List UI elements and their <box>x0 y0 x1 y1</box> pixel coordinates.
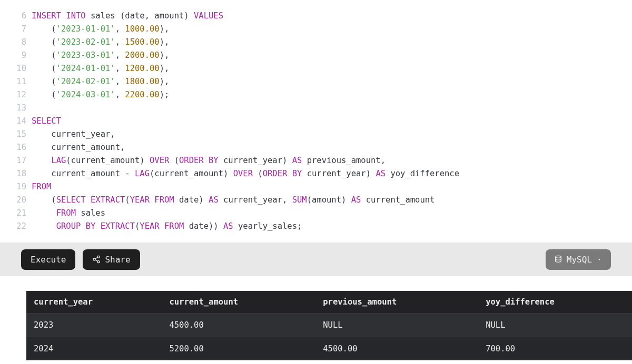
code-line[interactable]: 16 current_amount, <box>0 141 632 154</box>
code-line[interactable]: 15 current_year, <box>0 128 632 141</box>
code-line[interactable]: 11 ('2024-02-01', 1800.00), <box>0 75 632 88</box>
code-content: current_year, <box>32 128 115 141</box>
code-content: (SELECT EXTRACT(YEAR FROM date) AS curre… <box>32 194 434 207</box>
code-content: ('2023-03-01', 2000.00), <box>32 49 169 62</box>
svg-line-3 <box>95 257 98 259</box>
svg-point-0 <box>97 256 100 258</box>
chevron-down-icon <box>596 256 603 262</box>
code-content: current_amount - LAG(current_amount) OVE… <box>32 167 459 180</box>
code-line[interactable]: 12 ('2024-03-01', 2200.00); <box>0 88 632 102</box>
share-button[interactable]: Share <box>83 249 140 270</box>
code-content: INSERT INTO sales (date, amount) VALUES <box>32 9 223 23</box>
code-content: SELECT <box>32 115 61 128</box>
code-content: ('2024-01-01', 1200.00), <box>32 62 169 75</box>
table-cell: 700.00 <box>478 337 632 361</box>
code-content: ('2024-02-01', 1800.00), <box>32 75 169 88</box>
code-line[interactable]: 10 ('2024-01-01', 1200.00), <box>0 62 632 75</box>
line-number: 20 <box>0 194 32 207</box>
table-cell: NULL <box>478 314 632 337</box>
table-cell: NULL <box>315 314 478 337</box>
results-panel: current_yearcurrent_amountprevious_amoun… <box>0 276 632 360</box>
code-content: ('2023-01-01', 1000.00), <box>32 23 169 36</box>
svg-point-5 <box>555 256 561 258</box>
column-header: current_year <box>26 291 162 314</box>
line-number: 13 <box>0 102 32 115</box>
code-line[interactable]: 17 LAG(current_amount) OVER (ORDER BY cu… <box>0 154 632 167</box>
code-editor[interactable]: 6INSERT INTO sales (date, amount) VALUES… <box>0 0 632 242</box>
code-line[interactable]: 22 GROUP BY EXTRACT(YEAR FROM date)) AS … <box>0 220 632 233</box>
code-content: ('2024-03-01', 2200.00); <box>32 88 169 102</box>
code-line[interactable]: 21 FROM sales <box>0 207 632 220</box>
column-header: current_amount <box>162 291 315 314</box>
code-content: GROUP BY EXTRACT(YEAR FROM date)) AS yea… <box>32 220 302 233</box>
code-line[interactable]: 7 ('2023-01-01', 1000.00), <box>0 23 632 36</box>
line-number: 11 <box>0 75 32 88</box>
line-number: 7 <box>0 23 32 36</box>
table-cell: 4500.00 <box>162 314 315 337</box>
line-number: 21 <box>0 207 32 220</box>
line-number: 6 <box>0 9 32 23</box>
code-line[interactable]: 18 current_amount - LAG(current_amount) … <box>0 167 632 180</box>
table-cell: 2024 <box>26 337 162 361</box>
code-line[interactable]: 20 (SELECT EXTRACT(YEAR FROM date) AS cu… <box>0 194 632 207</box>
svg-point-2 <box>97 261 100 263</box>
line-number: 12 <box>0 88 32 102</box>
line-number: 9 <box>0 49 32 62</box>
code-line[interactable]: 13 <box>0 102 632 115</box>
execute-button[interactable]: Execute <box>21 249 75 270</box>
database-select[interactable]: MySQL <box>546 249 611 270</box>
code-line[interactable]: 6INSERT INTO sales (date, amount) VALUES <box>0 9 632 23</box>
code-line[interactable]: 9 ('2023-03-01', 2000.00), <box>0 49 632 62</box>
code-content: LAG(current_amount) OVER (ORDER BY curre… <box>32 154 386 167</box>
code-line[interactable]: 8 ('2023-02-01', 1500.00), <box>0 36 632 49</box>
line-number: 17 <box>0 154 32 167</box>
column-header: yoy_difference <box>478 291 632 314</box>
column-header: previous_amount <box>315 291 478 314</box>
line-number: 14 <box>0 115 32 128</box>
code-content: current_amount, <box>32 141 125 154</box>
code-line[interactable]: 14SELECT <box>0 115 632 128</box>
table-cell: 4500.00 <box>315 337 478 361</box>
execute-label: Execute <box>31 255 66 265</box>
svg-line-4 <box>95 260 98 261</box>
code-content: FROM sales <box>32 207 105 220</box>
results-table: current_yearcurrent_amountprevious_amoun… <box>26 291 632 360</box>
table-cell: 2023 <box>26 314 162 337</box>
line-number: 15 <box>0 128 32 141</box>
line-number: 16 <box>0 141 32 154</box>
code-content: FROM <box>32 180 51 194</box>
share-label: Share <box>105 255 130 265</box>
code-content: ('2023-02-01', 1500.00), <box>32 36 169 49</box>
share-icon <box>92 255 101 264</box>
table-cell: 5200.00 <box>162 337 315 361</box>
line-number: 10 <box>0 62 32 75</box>
svg-point-1 <box>93 258 95 260</box>
toolbar: Execute Share MySQL <box>0 242 632 276</box>
line-number: 18 <box>0 167 32 180</box>
database-label: MySQL <box>567 255 592 265</box>
database-icon <box>554 255 562 264</box>
table-row: 20245200.004500.00700.00 <box>26 337 632 361</box>
table-header-row: current_yearcurrent_amountprevious_amoun… <box>26 291 632 314</box>
code-line[interactable]: 19FROM <box>0 180 632 194</box>
line-number: 8 <box>0 36 32 49</box>
table-row: 20234500.00NULLNULL <box>26 314 632 337</box>
line-number: 22 <box>0 220 32 233</box>
line-number: 19 <box>0 180 32 194</box>
